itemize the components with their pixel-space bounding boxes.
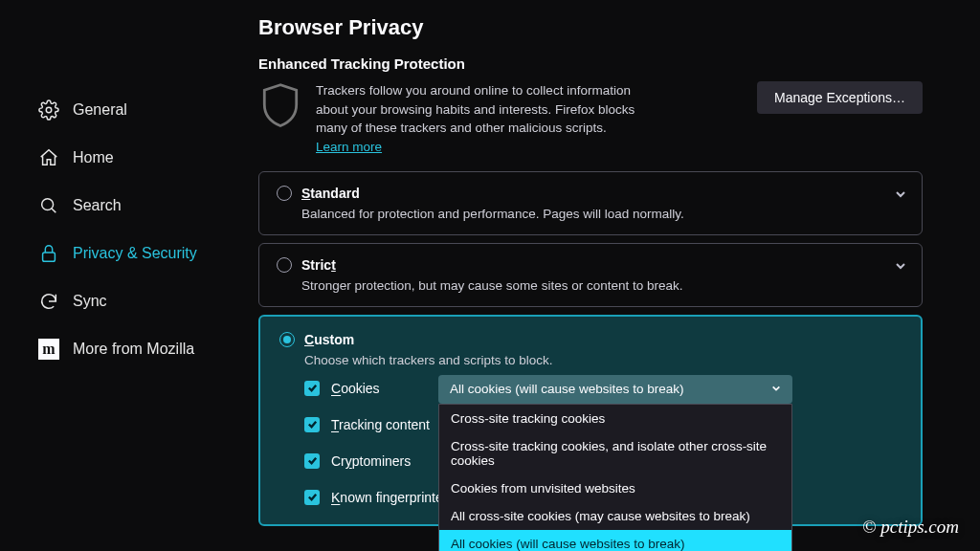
option-title: Custom (304, 332, 354, 347)
dropdown-option[interactable]: Cross-site tracking cookies (439, 405, 791, 432)
home-icon (38, 147, 59, 168)
sidebar-item-label: Privacy & Security (73, 245, 197, 262)
radio-unselected-icon[interactable] (277, 257, 292, 273)
check-cookies: Cookies All cookies (will cause websites… (304, 381, 902, 396)
etp-intro: Trackers follow you around online to col… (258, 81, 923, 154)
option-subtitle: Balanced for protection and performance.… (301, 207, 904, 221)
checkbox-checked-icon[interactable] (304, 381, 320, 396)
select-value: All cookies (will cause websites to brea… (450, 382, 684, 396)
sidebar: General Home Search Privacy & Security S… (0, 0, 239, 551)
option-title: Strict (301, 257, 336, 273)
sidebar-item-search[interactable]: Search (31, 182, 239, 230)
sidebar-item-label: Home (73, 149, 114, 166)
checkbox-checked-icon[interactable] (304, 490, 320, 505)
option-subtitle: Choose which trackers and scripts to blo… (304, 353, 902, 367)
check-label: Cryptominers (331, 453, 411, 469)
checkbox-checked-icon[interactable] (304, 453, 320, 469)
radio-selected-icon[interactable] (279, 332, 295, 347)
mozilla-icon: m (38, 339, 59, 360)
sidebar-item-general[interactable]: General (31, 86, 239, 134)
dropdown-option[interactable]: Cookies from unvisited websites (439, 474, 791, 502)
sidebar-item-label: General (73, 101, 127, 119)
chevron-down-icon[interactable] (895, 187, 906, 199)
search-icon (38, 195, 59, 216)
manage-exceptions-button[interactable]: Manage Exceptions… (757, 81, 923, 114)
option-strict[interactable]: Strict Stronger protection, but may caus… (258, 243, 923, 307)
option-title: Standard (301, 186, 360, 201)
sidebar-item-privacy[interactable]: Privacy & Security (31, 230, 239, 277)
chevron-down-icon[interactable] (895, 259, 906, 271)
learn-more-link[interactable]: Learn more (316, 140, 382, 154)
dropdown-option[interactable]: All cross-site cookies (may cause websit… (439, 502, 791, 530)
checkbox-checked-icon[interactable] (304, 417, 320, 432)
sidebar-item-mozilla[interactable]: m More from Mozilla (31, 325, 239, 373)
watermark: © pctips.com (862, 517, 959, 538)
section-heading: Enhanced Tracking Protection (258, 55, 923, 72)
cookies-select[interactable]: All cookies (will cause websites to brea… (438, 375, 792, 404)
option-subtitle: Stronger protection, but may cause some … (301, 278, 904, 293)
sidebar-item-home[interactable]: Home (31, 134, 239, 182)
check-label: Tracking content (331, 417, 430, 432)
svg-rect-3 (43, 253, 56, 261)
cookies-dropdown: Cross-site tracking cookies Cross-site t… (438, 404, 792, 551)
check-label: Cookies (331, 381, 380, 396)
svg-point-0 (46, 107, 52, 113)
content: Browser Privacy Enhanced Tracking Protec… (239, 0, 980, 551)
svg-point-1 (42, 199, 54, 210)
option-standard[interactable]: Standard Balanced for protection and per… (258, 171, 923, 235)
sidebar-item-sync[interactable]: Sync (31, 277, 239, 325)
svg-line-2 (52, 209, 56, 212)
dropdown-option-selected[interactable]: All cookies (will cause websites to brea… (439, 530, 791, 551)
etp-description: Trackers follow you around online to col… (316, 81, 660, 138)
gear-icon (38, 99, 59, 121)
dropdown-option[interactable]: Cross-site tracking cookies, and isolate… (439, 432, 791, 474)
shield-icon (258, 81, 302, 131)
radio-unselected-icon[interactable] (277, 186, 292, 201)
sidebar-item-label: Search (73, 197, 122, 214)
sidebar-item-label: Sync (73, 293, 107, 310)
option-custom[interactable]: Custom Choose which trackers and scripts… (258, 315, 923, 526)
sync-icon (38, 291, 59, 312)
lock-icon (38, 243, 59, 264)
check-label: Known fingerprinters (331, 490, 454, 505)
page-title: Browser Privacy (258, 15, 923, 40)
sidebar-item-label: More from Mozilla (73, 341, 194, 358)
chevron-down-icon (771, 382, 781, 396)
